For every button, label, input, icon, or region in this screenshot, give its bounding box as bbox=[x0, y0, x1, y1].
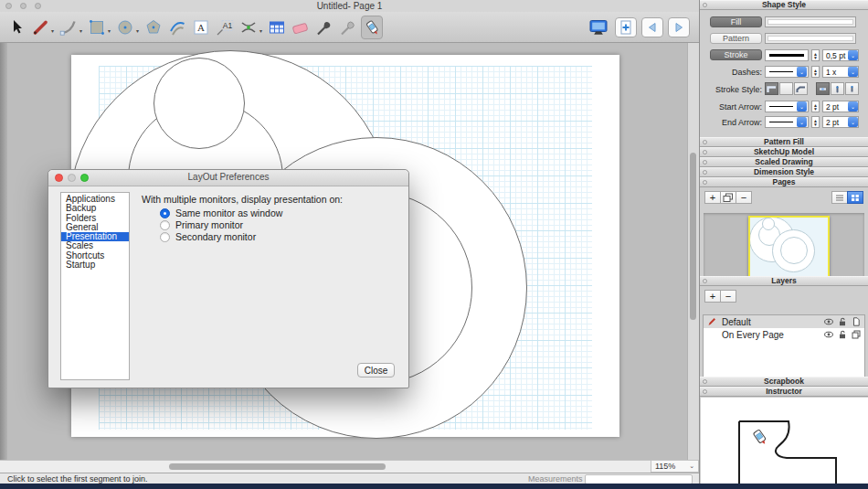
dashes-select[interactable]: ⌄ bbox=[765, 66, 809, 78]
table-tool-icon[interactable] bbox=[266, 16, 288, 39]
previous-page-icon[interactable] bbox=[641, 17, 663, 37]
line-tool-dropdown-icon[interactable]: ▾ bbox=[51, 27, 54, 34]
cap-flat-button[interactable] bbox=[816, 82, 830, 95]
circle-tool-icon[interactable] bbox=[114, 16, 136, 39]
preferences-category-list[interactable]: Applications Backup Folders General Pres… bbox=[60, 192, 130, 380]
scrapbook-collapse-icon[interactable] bbox=[703, 379, 707, 384]
start-arrow-size-stepper[interactable]: ▲▼ bbox=[811, 101, 820, 112]
category-startup[interactable]: Startup bbox=[61, 260, 129, 270]
shape-style-header[interactable]: Shape Style bbox=[700, 0, 868, 10]
radio-row-primary-monitor[interactable]: Primary monitor bbox=[160, 219, 243, 230]
stroke-button[interactable]: Stroke bbox=[710, 49, 762, 60]
rectangle-tool-dropdown-icon[interactable]: ▾ bbox=[108, 27, 111, 34]
delete-layer-button[interactable]: − bbox=[720, 290, 736, 303]
pages-header[interactable]: Pages bbox=[700, 177, 868, 187]
fill-button[interactable]: Fill bbox=[710, 16, 762, 27]
arc-tool-icon[interactable] bbox=[58, 16, 79, 39]
drawn-circle-small-top[interactable] bbox=[153, 58, 245, 149]
layer-lock-icon[interactable] bbox=[838, 317, 847, 326]
rectangle-tool-icon[interactable] bbox=[86, 16, 108, 39]
pages-collapse-icon[interactable] bbox=[703, 180, 707, 185]
status-bar: Click to select the first segment to joi… bbox=[0, 473, 699, 484]
layer-single-page-icon[interactable] bbox=[852, 317, 861, 326]
sketchup-model-collapse-icon[interactable] bbox=[703, 150, 707, 154]
arc-tool-dropdown-icon[interactable]: ▾ bbox=[79, 27, 82, 34]
radio-primary-monitor[interactable] bbox=[160, 220, 170, 230]
vertical-scrollbar[interactable] bbox=[687, 43, 699, 460]
add-layer-button[interactable]: + bbox=[704, 290, 721, 303]
dimension-style-header[interactable]: Dimension Style bbox=[700, 167, 868, 177]
text-tool-icon[interactable]: A bbox=[190, 16, 212, 39]
horizontal-scrollbar-thumb[interactable] bbox=[169, 463, 386, 470]
join-miter-button[interactable] bbox=[765, 82, 778, 95]
eraser-tool-icon[interactable] bbox=[290, 16, 312, 39]
select-tool-icon[interactable] bbox=[5, 16, 27, 39]
scrapbook-header[interactable]: Scrapbook bbox=[700, 377, 868, 387]
stroke-width-select[interactable]: 0,5 pt ⌄ bbox=[822, 49, 859, 61]
dimension-style-collapse-icon[interactable] bbox=[703, 170, 707, 175]
vertical-scrollbar-thumb[interactable] bbox=[690, 153, 696, 320]
join-tool-icon[interactable] bbox=[361, 16, 383, 39]
next-page-icon[interactable] bbox=[668, 17, 690, 37]
shape-style-collapse-icon[interactable] bbox=[703, 3, 707, 7]
dashes-scale-stepper[interactable]: ▲▼ bbox=[811, 66, 820, 78]
cap-round-button[interactable] bbox=[831, 82, 844, 95]
page-1-thumbnail[interactable] bbox=[748, 216, 830, 278]
close-button[interactable]: Close bbox=[357, 363, 395, 377]
line-tool-icon[interactable] bbox=[29, 16, 51, 39]
label-tool-icon[interactable]: A1 bbox=[214, 16, 236, 39]
dashes-scale-select[interactable]: 1 x ⌄ bbox=[822, 66, 859, 78]
end-arrow-size-stepper[interactable]: ▲▼ bbox=[811, 116, 820, 128]
layers-title: Layers bbox=[700, 277, 868, 285]
add-page-icon[interactable] bbox=[615, 17, 637, 37]
delete-page-button[interactable]: − bbox=[736, 191, 752, 204]
fill-color-swatch[interactable] bbox=[765, 16, 856, 27]
instructor-header[interactable]: Instructor bbox=[700, 387, 868, 397]
dialog-titlebar[interactable]: LayOut Preferences bbox=[48, 170, 408, 186]
radio-row-same-monitor[interactable]: Same monitor as window bbox=[160, 207, 282, 218]
style-tool-icon[interactable] bbox=[313, 16, 335, 39]
instructor-collapse-icon[interactable] bbox=[703, 389, 707, 394]
layer-shared-pages-icon[interactable] bbox=[852, 330, 861, 339]
join-bevel-button[interactable] bbox=[794, 82, 808, 95]
pattern-fill-header[interactable]: Pattern Fill bbox=[700, 137, 868, 147]
polygon-tool-icon[interactable] bbox=[143, 16, 164, 39]
add-page-button[interactable]: + bbox=[704, 191, 721, 204]
layer-visibility-icon[interactable] bbox=[824, 317, 833, 326]
split-tool-icon[interactable] bbox=[238, 16, 259, 39]
layer-visibility-icon[interactable] bbox=[824, 330, 833, 339]
stroke-preview[interactable] bbox=[765, 49, 809, 61]
cap-square-button[interactable] bbox=[845, 82, 859, 95]
pattern-fill-collapse-icon[interactable] bbox=[703, 140, 707, 144]
offset-tool-icon[interactable] bbox=[166, 16, 188, 39]
end-arrow-select[interactable]: ⌄ bbox=[765, 116, 809, 128]
layer-lock-icon[interactable] bbox=[838, 330, 847, 339]
horizontal-scrollbar[interactable] bbox=[0, 460, 651, 473]
end-arrow-size-select[interactable]: 2 pt ⌄ bbox=[822, 116, 859, 128]
pattern-eyedropper-tool-icon[interactable] bbox=[337, 16, 359, 39]
stroke-width-stepper[interactable]: ▲▼ bbox=[811, 49, 820, 61]
layer-row-on-every-page[interactable]: On Every Page bbox=[704, 328, 864, 341]
split-tool-dropdown-icon[interactable]: ▾ bbox=[259, 27, 262, 34]
layers-collapse-icon[interactable] bbox=[703, 279, 707, 283]
layers-header[interactable]: Layers bbox=[700, 276, 868, 286]
zoom-level-select[interactable]: 115% ⌄ bbox=[651, 460, 699, 473]
fill-row: Fill bbox=[700, 16, 868, 29]
start-presentation-icon[interactable] bbox=[587, 16, 610, 38]
layer-row-default[interactable]: Default bbox=[704, 315, 864, 328]
circle-tool-dropdown-icon[interactable]: ▾ bbox=[136, 27, 139, 34]
scaled-drawing-header[interactable]: Scaled Drawing bbox=[700, 157, 868, 167]
radio-secondary-monitor[interactable] bbox=[160, 232, 170, 242]
radio-row-secondary-monitor[interactable]: Secondary monitor bbox=[160, 231, 256, 242]
duplicate-page-button[interactable] bbox=[720, 191, 736, 204]
pattern-swatch[interactable] bbox=[765, 33, 856, 44]
sketchup-model-header[interactable]: SketchUp Model bbox=[700, 147, 868, 157]
list-view-button[interactable] bbox=[831, 191, 848, 204]
pattern-button[interactable]: Pattern bbox=[710, 33, 762, 44]
start-arrow-size-select[interactable]: 2 pt ⌄ bbox=[822, 101, 859, 112]
grid-view-button[interactable] bbox=[847, 191, 863, 204]
scaled-drawing-collapse-icon[interactable] bbox=[703, 160, 707, 165]
start-arrow-select[interactable]: ⌄ bbox=[765, 101, 809, 112]
join-round-button[interactable] bbox=[779, 82, 793, 95]
radio-same-monitor[interactable] bbox=[160, 208, 170, 218]
